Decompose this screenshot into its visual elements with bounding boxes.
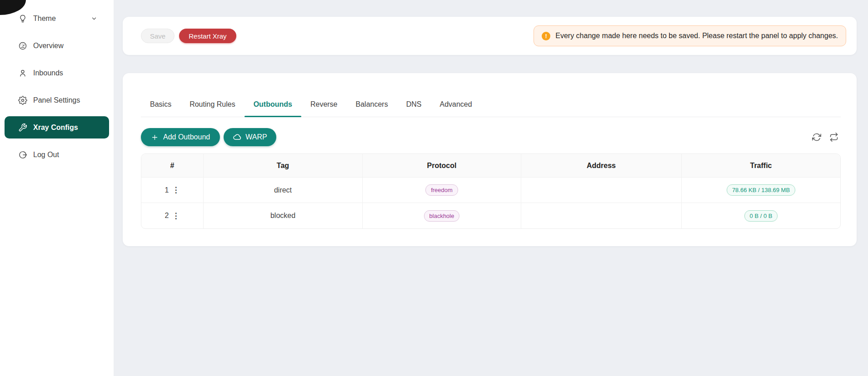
- toolbar-card: Save Restart Xray ! Every change made he…: [123, 17, 857, 55]
- header-protocol: Protocol: [363, 154, 521, 178]
- tab-reverse[interactable]: Reverse: [301, 93, 347, 117]
- sidebar-item-panel-settings[interactable]: Panel Settings: [5, 89, 109, 111]
- header-traffic: Traffic: [682, 154, 840, 178]
- header-tag: Tag: [204, 154, 363, 178]
- tag-cell: blocked: [204, 203, 363, 228]
- cloud-icon: [233, 133, 242, 142]
- address-cell: [521, 178, 682, 203]
- tab-basics[interactable]: Basics: [141, 93, 180, 117]
- sidebar-item-label: Overview: [33, 42, 64, 50]
- sidebar-item-inbounds[interactable]: Inbounds: [5, 62, 109, 84]
- tab-dns[interactable]: DNS: [397, 93, 431, 117]
- outbounds-table: # Tag Protocol Address Traffic 1 ⋮ direc…: [141, 153, 841, 229]
- tab-balancers[interactable]: Balancers: [347, 93, 397, 117]
- refresh-icon[interactable]: [812, 133, 821, 142]
- warning-alert: ! Every change made here needs to be sav…: [534, 25, 846, 46]
- bulb-icon: [18, 14, 27, 23]
- sidebar-item-log-out[interactable]: Log Out: [5, 143, 109, 166]
- sidebar-item-label: Log Out: [33, 151, 59, 159]
- actions-row: Add Outbound WARP: [141, 128, 841, 146]
- row-number: 1: [165, 186, 169, 194]
- sidebar-nav: Theme Overview Inbounds: [0, 0, 114, 166]
- tab-outbounds[interactable]: Outbounds: [244, 93, 301, 117]
- add-outbound-button[interactable]: Add Outbound: [141, 128, 220, 146]
- main-content: Save Restart Xray ! Every change made he…: [114, 0, 868, 376]
- warning-alert-text: Every change made here needs to be saved…: [555, 32, 838, 40]
- tab-routing-rules[interactable]: Routing Rules: [180, 93, 244, 117]
- sidebar-item-label: Theme: [33, 15, 56, 23]
- toolbar-buttons: Save Restart Xray: [141, 29, 236, 43]
- row-menu-icon[interactable]: ⋮: [172, 212, 180, 220]
- sidebar-item-label: Xray Configs: [33, 124, 78, 132]
- app-root: Theme Overview Inbounds: [0, 0, 868, 376]
- plus-icon: [151, 134, 159, 141]
- tag-cell: direct: [204, 178, 363, 203]
- add-outbound-label: Add Outbound: [163, 133, 210, 141]
- table-header-row: # Tag Protocol Address Traffic: [141, 154, 840, 178]
- sidebar-item-label: Panel Settings: [33, 96, 80, 104]
- save-button[interactable]: Save: [141, 29, 175, 43]
- protocol-badge: blackhole: [424, 210, 460, 222]
- header-address: Address: [521, 154, 682, 178]
- traffic-badge: 78.66 KB / 138.69 MB: [727, 184, 795, 196]
- restart-xray-button[interactable]: Restart Xray: [179, 29, 236, 43]
- sidebar-item-theme[interactable]: Theme: [5, 7, 109, 30]
- gear-icon: [18, 96, 27, 105]
- row-number: 2: [165, 212, 169, 220]
- row-menu-icon[interactable]: ⋮: [172, 186, 180, 194]
- warp-label: WARP: [245, 133, 267, 141]
- warp-button[interactable]: WARP: [224, 128, 276, 146]
- table-row: 1 ⋮ direct freedom 78.66 KB / 138.69 MB: [141, 178, 840, 203]
- repeat-icon[interactable]: [829, 133, 838, 142]
- user-icon: [18, 69, 27, 78]
- xray-config-card: Basics Routing Rules Outbounds Reverse B…: [123, 73, 857, 246]
- sidebar-item-overview[interactable]: Overview: [5, 35, 109, 57]
- sidebar-item-xray-configs[interactable]: Xray Configs: [5, 116, 109, 139]
- sidebar-item-label: Inbounds: [33, 69, 63, 77]
- header-number: #: [141, 154, 204, 178]
- chevron-down-icon[interactable]: [91, 15, 97, 22]
- table-row: 2 ⋮ blocked blackhole 0 B / 0 B: [141, 203, 840, 228]
- warning-icon: !: [542, 32, 550, 40]
- wrench-icon: [18, 123, 27, 132]
- tab-advanced[interactable]: Advanced: [430, 93, 481, 117]
- dashboard-icon: [18, 41, 27, 50]
- address-cell: [521, 203, 682, 228]
- logout-icon: [18, 150, 27, 159]
- traffic-badge: 0 B / 0 B: [744, 210, 778, 222]
- protocol-badge: freedom: [425, 184, 458, 196]
- tabs-bar: Basics Routing Rules Outbounds Reverse B…: [141, 93, 841, 117]
- sidebar: Theme Overview Inbounds: [0, 0, 114, 376]
